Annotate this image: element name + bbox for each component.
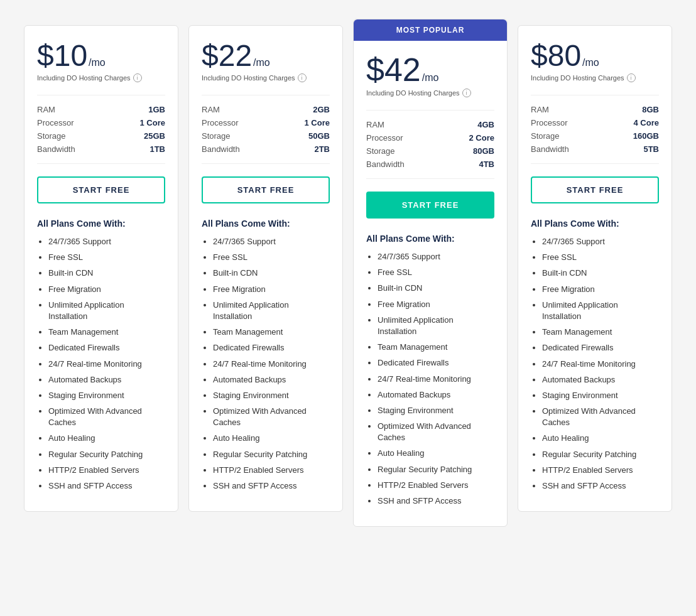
feature-item: 24/7/365 Support [48,236,165,247]
price-note: Including DO Hosting Charges i [366,89,494,97]
feature-item: 24/7 Real-time Monitoring [378,374,494,385]
feature-item: Auto Healing [542,433,659,444]
spec-value: 50GB [308,131,330,141]
feature-item: 24/7 Real-time Monitoring [213,359,330,370]
spec-row: Storage 25GB [37,129,165,143]
price-amount: $10 [37,41,87,71]
spec-label: RAM [366,120,384,129]
spec-row: Bandwidth 4TB [366,158,494,171]
price-period: /mo [89,57,106,68]
feature-item: Regular Security Patching [48,449,165,460]
plan-card-plan-80: $80 /mo Including DO Hosting Charges i R… [518,25,672,512]
spec-row: Storage 80GB [366,144,494,158]
start-free-button[interactable]: START FREE [202,176,330,203]
price-row: $42 /mo [366,53,494,86]
price-amount: $22 [202,41,252,71]
price-amount: $80 [531,41,581,71]
spec-row: RAM 4GB [366,118,494,131]
feature-item: Automated Backups [378,389,494,401]
feature-item: Dedicated Firewalls [48,342,165,354]
feature-item: Unlimited Application Installation [378,315,494,337]
feature-item: Auto Healing [378,448,494,459]
spec-label: Processor [366,133,403,143]
features-list: 24/7/365 SupportFree SSLBuilt-in CDNFree… [37,236,165,492]
spec-label: RAM [202,105,220,114]
feature-item: Dedicated Firewalls [213,342,330,354]
features-title: All Plans Come With: [531,219,659,229]
start-free-button[interactable]: START FREE [366,192,494,219]
feature-item: Optimized With Advanced Caches [378,421,494,443]
spec-row: Storage 160GB [531,129,659,143]
spec-label: Processor [531,118,568,127]
feature-item: Staging Environment [542,390,659,401]
spec-label: RAM [37,105,55,114]
feature-item: Dedicated Firewalls [542,342,659,354]
features-title: All Plans Come With: [366,234,494,244]
info-icon: i [627,73,636,82]
spec-value: 2TB [314,144,330,154]
feature-item: HTTP/2 Enabled Servers [378,480,494,491]
feature-item: Built-in CDN [213,267,330,279]
feature-item: 24/7/365 Support [542,236,659,247]
feature-item: SSH and SFTP Access [48,480,165,492]
spec-label: Processor [202,118,239,127]
price-note: Including DO Hosting Charges i [37,73,165,82]
price-note: Including DO Hosting Charges i [531,73,659,82]
feature-item: Free SSL [542,252,659,263]
spec-value: 80GB [473,146,494,156]
features-title: All Plans Come With: [202,219,330,229]
feature-item: Auto Healing [48,433,165,444]
feature-item: Built-in CDN [378,283,494,294]
spec-value: 2GB [313,105,330,114]
feature-item: Regular Security Patching [542,449,659,460]
spec-row: Processor 1 Core [37,116,165,129]
spec-value: 8GB [642,105,659,114]
spec-row: Bandwidth 5TB [531,143,659,156]
specs-table: RAM 8GB Processor 4 Core Storage 160GB B… [531,95,659,164]
feature-item: Free SSL [213,252,330,263]
spec-value: 1 Core [305,118,330,127]
spec-row: RAM 1GB [37,103,165,116]
start-free-button[interactable]: START FREE [37,176,165,203]
spec-row: RAM 2GB [202,103,330,116]
plan-card-plan-10: $10 /mo Including DO Hosting Charges i R… [24,25,178,512]
info-icon: i [298,73,307,82]
feature-item: Free Migration [213,284,330,295]
feature-item: Built-in CDN [542,267,659,279]
info-icon: i [133,73,142,82]
feature-item: Unlimited Application Installation [213,300,330,322]
feature-item: Optimized With Advanced Caches [542,406,659,428]
spec-row: Processor 2 Core [366,131,494,144]
spec-label: Processor [37,118,74,127]
feature-item: Optimized With Advanced Caches [213,406,330,428]
feature-item: Free Migration [542,284,659,295]
feature-item: HTTP/2 Enabled Servers [213,465,330,476]
feature-item: Automated Backups [542,374,659,386]
spec-row: Processor 4 Core [531,116,659,129]
price-period: /mo [422,72,439,84]
spec-value: 1GB [148,105,165,114]
feature-item: Team Management [378,342,494,353]
feature-item: Free SSL [48,252,165,263]
pricing-container: $10 /mo Including DO Hosting Charges i R… [13,13,683,539]
feature-item: Optimized With Advanced Caches [48,406,165,428]
spec-label: Storage [37,131,66,141]
spec-row: Bandwidth 2TB [202,143,330,156]
popular-banner: MOST POPULAR [354,19,507,41]
price-period: /mo [582,57,599,68]
feature-item: Team Management [542,327,659,338]
feature-item: Free SSL [378,267,494,278]
feature-item: SSH and SFTP Access [378,495,494,507]
feature-item: Staging Environment [378,405,494,416]
spec-row: Storage 50GB [202,129,330,143]
start-free-button[interactable]: START FREE [531,176,659,203]
spec-value: 1TB [150,144,165,154]
spec-label: Storage [366,146,395,156]
price-row: $10 /mo [37,41,165,71]
spec-value: 1 Core [140,118,165,127]
plan-card-plan-22: $22 /mo Including DO Hosting Charges i R… [188,25,343,512]
spec-label: Storage [202,131,231,141]
spec-value: 4GB [477,120,494,129]
feature-item: Staging Environment [213,390,330,401]
plan-card-plan-42: MOST POPULAR $42 /mo Including DO Hostin… [353,19,508,527]
